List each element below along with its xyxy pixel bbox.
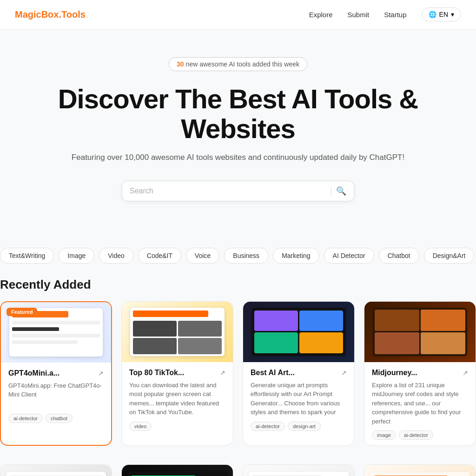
- bottom-card-b3[interactable]: [243, 464, 355, 476]
- card-body: Midjourney... ↗ Explore a list of 231 un…: [364, 362, 476, 446]
- search-divider: [331, 186, 331, 196]
- logo-tools: Tools: [61, 9, 86, 20]
- nav-startup[interactable]: Startup: [384, 11, 406, 19]
- card-description: Explore a list of 231 unique midJourney …: [372, 381, 468, 426]
- section-title: Recently Added: [0, 278, 476, 292]
- lang-label: EN: [439, 11, 448, 18]
- card-thumbnail: [243, 302, 354, 362]
- card-midjourney[interactable]: Midjourney... ↗ Explore a list of 231 un…: [364, 301, 476, 446]
- category-pill-video[interactable]: Video: [99, 248, 133, 264]
- badge-count: 30: [177, 60, 184, 68]
- nav-explore[interactable]: Explore: [309, 11, 333, 19]
- category-pill-marketing[interactable]: Marketing: [273, 248, 319, 264]
- external-link-icon[interactable]: ↗: [220, 369, 225, 377]
- card-tiktok[interactable]: Top 80 TikTok... ↗ You can download the …: [121, 301, 233, 446]
- search-button[interactable]: 🔍: [336, 186, 346, 196]
- card-gpt4omini[interactable]: Featured GPT4oMini.a... ↗ GPT4oMini.app:…: [0, 301, 112, 446]
- card-body: Top 80 TikTok... ↗ You can download the …: [122, 362, 233, 436]
- card-tags: video: [129, 422, 225, 431]
- tag-chatbot[interactable]: chatbot: [46, 414, 73, 423]
- globe-icon: 🌐: [429, 11, 436, 18]
- card-tags: ai-detectordesign-art: [251, 422, 347, 431]
- hero-headline: Discover The Best AI Tools & Websites: [9, 84, 467, 144]
- card-thumbnail: [243, 465, 354, 476]
- card-description: Generate unique art prompts effortlessly…: [251, 381, 347, 417]
- categories-bar: Text&WritingImageVideoCode&ITVoiceBusine…: [0, 248, 476, 268]
- category-pill-chatbot[interactable]: Chatbot: [379, 248, 419, 264]
- bottom-cards-grid: [0, 464, 476, 476]
- search-input[interactable]: [130, 187, 326, 195]
- card-title: Best AI Art...: [251, 369, 295, 377]
- category-pill-voice[interactable]: Voice: [186, 248, 219, 264]
- tag-ai-detector[interactable]: ai-detector: [399, 430, 433, 440]
- category-pill-business[interactable]: Business: [224, 248, 268, 264]
- logo[interactable]: MagicBox.Tools: [15, 9, 86, 20]
- external-link-icon[interactable]: ↗: [341, 369, 347, 377]
- tag-video[interactable]: video: [129, 422, 152, 431]
- category-pill-code-it[interactable]: Code&IT: [138, 248, 181, 264]
- bottom-card-b2[interactable]: [121, 464, 233, 476]
- bottom-card-b4[interactable]: [364, 464, 476, 476]
- card-title: Midjourney...: [372, 369, 417, 377]
- card-tags: imageai-detector: [372, 430, 468, 440]
- card-thumbnail: [122, 302, 233, 362]
- card-aiart[interactable]: Best AI Art... ↗ Generate unique art pro…: [243, 301, 355, 446]
- logo-brand: MagicBox: [15, 9, 59, 20]
- card-thumbnail: [122, 465, 233, 476]
- card-body: GPT4oMini.a... ↗ GPT4oMini.app: Free Cha…: [1, 363, 111, 429]
- category-pill-design-art[interactable]: Design&Art: [424, 248, 475, 264]
- card-title: Top 80 TikTok...: [129, 369, 184, 377]
- card-thumbnail: [0, 465, 112, 476]
- card-body: Best AI Art... ↗ Generate unique art pro…: [243, 362, 354, 436]
- external-link-icon[interactable]: ↗: [463, 369, 468, 377]
- search-icon: 🔍: [336, 186, 346, 196]
- card-thumbnail: [364, 465, 476, 476]
- featured-badge: Featured: [7, 308, 37, 316]
- language-button[interactable]: 🌐 EN ▾: [422, 7, 461, 21]
- cards-grid: Featured GPT4oMini.a... ↗ GPT4oMini.app:…: [0, 301, 476, 446]
- card-description: You can download the latest and most pop…: [129, 381, 225, 417]
- nav-submit[interactable]: Submit: [347, 11, 369, 19]
- card-title: GPT4oMini.a...: [8, 369, 60, 377]
- card-tags: ai-detectorchatbot: [8, 414, 104, 423]
- search-box: 🔍: [122, 181, 354, 201]
- recently-added-section: Recently Added Featured GPT4oMini.a... ↗…: [0, 268, 476, 456]
- header: MagicBox.Tools Explore Submit Startup 🌐 …: [0, 0, 476, 29]
- chevron-down-icon: ▾: [451, 11, 454, 18]
- new-tools-badge: 30 new awesome AI tools added this week: [169, 57, 307, 71]
- search-container: 🔍: [122, 181, 354, 201]
- category-pill-ai-detector[interactable]: AI Detector: [324, 248, 374, 264]
- tag-ai-detector[interactable]: ai-detector: [8, 414, 43, 423]
- tag-design-art[interactable]: design-art: [288, 422, 321, 431]
- hero-section: 30 new awesome AI tools added this week …: [0, 29, 476, 248]
- category-pill-image[interactable]: Image: [59, 248, 94, 264]
- card-description: GPT4oMini.app: Free ChatGPT4o-Mini Clien…: [8, 381, 104, 409]
- category-pill-text-writing[interactable]: Text&Writing: [0, 248, 54, 264]
- tag-image[interactable]: image: [372, 430, 396, 440]
- badge-text: new awesome AI tools added this week: [186, 60, 299, 68]
- hero-subtext: Featuring over 10,000 awesome AI tools w…: [9, 153, 467, 162]
- main-nav: Explore Submit Startup 🌐 EN ▾: [309, 7, 461, 21]
- external-link-icon[interactable]: ↗: [98, 370, 104, 377]
- bottom-card-b1[interactable]: [0, 464, 112, 476]
- card-thumbnail: [364, 302, 476, 362]
- tag-ai-detector[interactable]: ai-detector: [251, 422, 285, 431]
